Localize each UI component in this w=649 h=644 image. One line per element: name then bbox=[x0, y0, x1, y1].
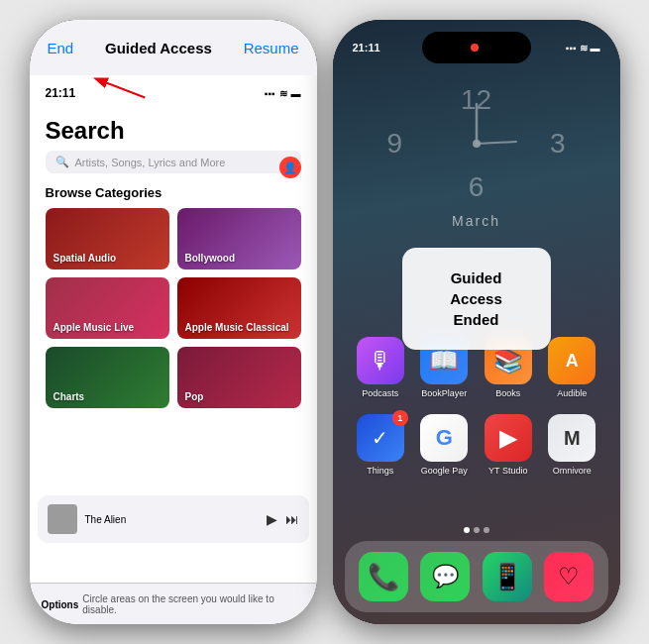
app-audible-wrap[interactable]: A Audible bbox=[544, 337, 599, 398]
app-things-wrap[interactable]: ✓ 1 Things bbox=[353, 414, 408, 476]
music-app: 21:11 ▪▪▪ ≋ ▬ Search 🔍 Artists, Songs, L… bbox=[30, 75, 317, 585]
signal-icon: ▪▪▪ bbox=[265, 88, 275, 99]
play-icon[interactable]: ▶ bbox=[267, 511, 277, 527]
app-omnivore-label: Omnivore bbox=[553, 466, 592, 476]
apple-classical-label: Apple Music Classical bbox=[185, 322, 289, 333]
category-apple-music[interactable]: Apple Music Live bbox=[46, 277, 169, 339]
category-bollywood[interactable]: Bollywood bbox=[177, 208, 301, 269]
left-phone: End Guided Access Resume 21:11 ▪▪▪ ≋ ▬ bbox=[30, 20, 317, 624]
mini-player-art bbox=[48, 504, 77, 534]
app-things-label: Things bbox=[367, 466, 393, 476]
music-search-header: Search 🔍 Artists, Songs, Lyrics and More bbox=[30, 111, 317, 177]
right-signal-icon: ▪▪▪ bbox=[566, 43, 577, 54]
app-omnivore-wrap[interactable]: M Omnivore bbox=[544, 414, 599, 476]
app-podcasts-icon[interactable]: 🎙 bbox=[357, 337, 404, 384]
right-screen: 21:11 ▪▪▪ ≋ ▬ 12 3 6 9 bbox=[333, 20, 620, 624]
right-battery-icon: ▬ bbox=[591, 43, 600, 54]
music-time: 21:11 bbox=[46, 86, 76, 100]
category-pop[interactable]: Pop bbox=[177, 347, 301, 408]
options-label[interactable]: Options bbox=[42, 599, 79, 610]
skip-icon[interactable]: ⏭ bbox=[285, 511, 299, 527]
app-podcasts-label: Podcasts bbox=[362, 388, 398, 398]
page-dot-2 bbox=[474, 527, 480, 533]
mini-player-title: The Alien bbox=[85, 514, 259, 525]
guided-access-ended-popup: Guided AccessEnded bbox=[402, 248, 551, 350]
guided-access-title: Guided Access bbox=[105, 40, 212, 56]
resume-button[interactable]: Resume bbox=[244, 40, 299, 56]
clock-widget: 12 3 6 9 bbox=[368, 79, 586, 208]
app-ytstudio-icon[interactable]: ▶ bbox=[485, 414, 532, 462]
app-grid: 🎙 Podcasts 📖 BookPlayer 📚 Books A Audibl… bbox=[333, 337, 620, 491]
right-wifi-icon: ≋ bbox=[580, 43, 588, 54]
music-status-bar: 21:11 ▪▪▪ ≋ ▬ bbox=[30, 75, 317, 111]
right-status-bar: 21:11 ▪▪▪ ≋ ▬ bbox=[333, 34, 620, 61]
dock-whatsapp-icon[interactable]: 📱 bbox=[483, 552, 532, 601]
right-time: 21:11 bbox=[353, 42, 380, 54]
clock-face: 12 3 6 9 bbox=[387, 84, 566, 203]
page-dot-3 bbox=[484, 527, 489, 533]
mini-player[interactable]: The Alien ▶ ⏭ bbox=[38, 495, 309, 543]
month-label: March bbox=[452, 213, 500, 229]
browse-categories-label: Browse Categories bbox=[30, 177, 317, 204]
search-placeholder: Artists, Songs, Lyrics and More bbox=[75, 157, 226, 168]
category-grid: Spatial Audio Bollywood Apple Music Live… bbox=[30, 204, 317, 412]
dock-app4-icon[interactable]: ♡ bbox=[544, 552, 594, 601]
options-bar: Options Circle areas on the screen you w… bbox=[30, 585, 317, 624]
svg-line-1 bbox=[96, 79, 145, 98]
app-omnivore-icon[interactable]: M bbox=[548, 414, 595, 462]
mini-player-controls[interactable]: ▶ ⏭ bbox=[267, 511, 299, 527]
options-text: Circle areas on the screen you would lik… bbox=[82, 593, 304, 615]
app-podcasts-wrap[interactable]: 🎙 Podcasts bbox=[353, 337, 408, 398]
spatial-label: Spatial Audio bbox=[54, 253, 117, 264]
svg-point-4 bbox=[473, 140, 481, 148]
category-spatial[interactable]: Spatial Audio bbox=[46, 208, 169, 269]
app-googlepay-icon[interactable]: G bbox=[420, 414, 468, 462]
app-ytstudio-label: YT Studio bbox=[488, 466, 527, 476]
search-title: Search bbox=[46, 117, 301, 145]
wifi-icon: ≋ bbox=[279, 88, 287, 99]
page-dots bbox=[464, 527, 489, 533]
app-bookplayer-label: BookPlayer bbox=[421, 388, 467, 398]
search-icon: 🔍 bbox=[55, 156, 69, 168]
app-things-icon[interactable]: ✓ 1 bbox=[357, 414, 404, 462]
category-apple-classical[interactable]: Apple Music Classical bbox=[177, 277, 301, 339]
popup-title: Guided AccessEnded bbox=[430, 268, 523, 330]
search-input-bar[interactable]: 🔍 Artists, Songs, Lyrics and More bbox=[46, 151, 301, 173]
recording-indicator bbox=[471, 44, 479, 52]
right-phone: 21:11 ▪▪▪ ≋ ▬ 12 3 6 9 bbox=[333, 20, 620, 624]
category-charts[interactable]: Charts bbox=[46, 347, 169, 408]
left-screen: End Guided Access Resume 21:11 ▪▪▪ ≋ ▬ bbox=[30, 20, 317, 624]
svg-line-3 bbox=[477, 142, 516, 144]
bollywood-label: Bollywood bbox=[185, 253, 236, 264]
music-status-icons: ▪▪▪ ≋ ▬ bbox=[265, 88, 301, 99]
charts-label: Charts bbox=[54, 391, 85, 402]
end-button[interactable]: End bbox=[48, 40, 74, 56]
pop-label: Pop bbox=[185, 391, 204, 402]
app-books-label: Books bbox=[495, 388, 520, 398]
app-row-2: ✓ 1 Things G Google Pay ▶ YT Studio M Om… bbox=[349, 414, 604, 476]
home-dock: 📞 💬 📱 ♡ bbox=[345, 541, 608, 612]
app-audible-label: Audible bbox=[557, 388, 587, 398]
apple-music-label: Apple Music Live bbox=[54, 322, 135, 333]
guided-access-bar: End Guided Access Resume bbox=[30, 20, 317, 75]
app-audible-icon[interactable]: A bbox=[548, 337, 595, 384]
dock-messages-icon[interactable]: 💬 bbox=[420, 552, 470, 601]
app-googlepay-wrap[interactable]: G Google Pay bbox=[416, 414, 472, 476]
dock-phone-icon[interactable]: 📞 bbox=[359, 552, 408, 601]
profile-icon[interactable]: 👤 bbox=[279, 157, 301, 178]
right-status-icons: ▪▪▪ ≋ ▬ bbox=[566, 43, 600, 54]
page-dot-1 bbox=[464, 527, 470, 533]
app-ytstudio-wrap[interactable]: ▶ YT Studio bbox=[481, 414, 536, 476]
things-badge: 1 bbox=[392, 410, 408, 426]
red-arrow bbox=[89, 75, 149, 105]
app-googlepay-label: Google Pay bbox=[421, 466, 468, 476]
battery-icon: ▬ bbox=[291, 88, 301, 99]
